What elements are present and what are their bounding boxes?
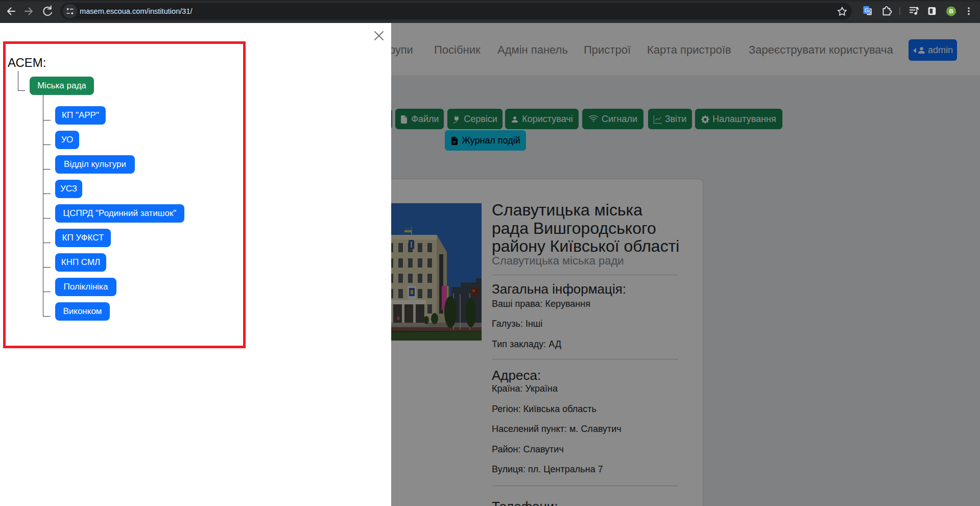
svg-text:G: G [865, 7, 869, 13]
svg-text:masem.escoua.com/institution/3: masem.escoua.com/institution/31/ [80, 7, 193, 15]
svg-text:B: B [949, 8, 953, 14]
